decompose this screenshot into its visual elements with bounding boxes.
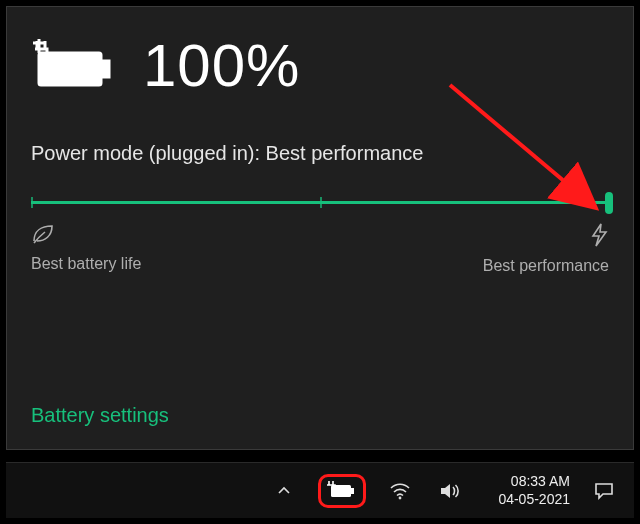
taskbar-clock[interactable]: 08:33 AM 04-05-2021	[484, 473, 570, 508]
taskbar: 08:33 AM 04-05-2021	[6, 462, 634, 518]
power-mode-slider[interactable]	[31, 193, 609, 213]
slider-label-right: Best performance	[483, 223, 609, 275]
svg-point-6	[399, 496, 402, 499]
lightning-icon	[589, 223, 609, 251]
annotation-highlight	[318, 474, 366, 508]
slider-labels: Best battery life Best performance	[31, 223, 609, 275]
svg-rect-1	[101, 61, 109, 77]
leaf-icon	[31, 223, 141, 249]
svg-rect-0	[39, 53, 101, 85]
battery-percent: 100%	[143, 31, 300, 100]
battery-charging-icon	[31, 39, 115, 93]
slider-tick	[320, 197, 322, 208]
taskbar-time: 08:33 AM	[511, 473, 570, 491]
battery-header: 100%	[31, 31, 609, 100]
tray-volume-icon[interactable]	[434, 475, 466, 507]
tray-wifi-icon[interactable]	[384, 475, 416, 507]
battery-flyout: 100% Power mode (plugged in): Best perfo…	[6, 6, 634, 450]
slider-label-left-text: Best battery life	[31, 255, 141, 273]
tray-action-center-icon[interactable]	[588, 475, 620, 507]
power-mode-text: Power mode (plugged in): Best performanc…	[31, 142, 609, 165]
slider-label-left: Best battery life	[31, 223, 141, 275]
battery-settings-link[interactable]: Battery settings	[31, 404, 169, 427]
slider-label-right-text: Best performance	[483, 257, 609, 275]
slider-tick	[31, 197, 33, 208]
slider-thumb[interactable]	[605, 192, 613, 214]
svg-rect-5	[351, 488, 354, 494]
tray-overflow-chevron[interactable]	[268, 475, 300, 507]
svg-rect-4	[331, 485, 351, 497]
taskbar-date: 04-05-2021	[498, 491, 570, 509]
tray-battery-icon[interactable]	[327, 481, 357, 501]
